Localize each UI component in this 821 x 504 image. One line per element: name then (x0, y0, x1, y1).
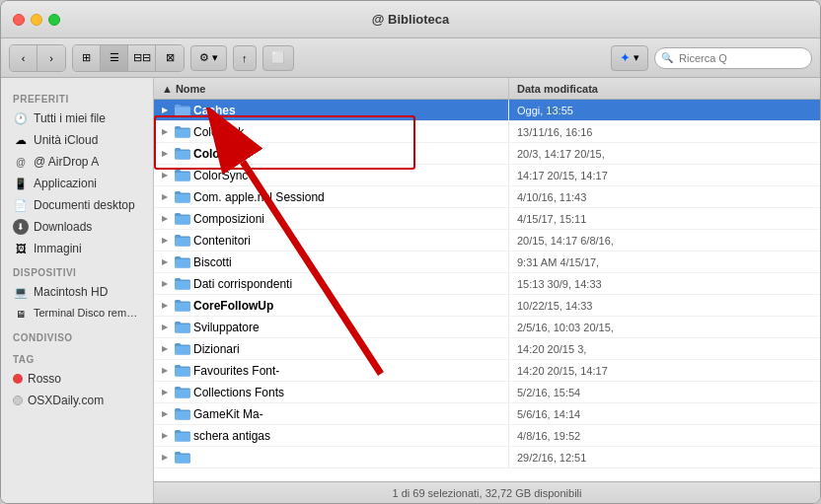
sidebar-item-icloud[interactable]: ☁ Unità iCloud (5, 129, 149, 151)
column-name[interactable]: ▲ Nome (154, 78, 509, 99)
column-view-icon: ⊟⊟ (133, 51, 151, 64)
disclosure-triangle[interactable]: ▶ (158, 169, 172, 182)
disclosure-triangle[interactable]: ▶ (158, 125, 172, 139)
disclosure-triangle[interactable]: ▶ (158, 277, 172, 291)
sidebar-item-label: OSXDaily.com (28, 394, 104, 407)
file-label: GameKit Ma- (193, 407, 263, 421)
table-row[interactable]: ▶ Contenitori 20/15, 14:17 6/8/16, (154, 230, 820, 252)
disclosure-triangle[interactable]: ▶ (158, 212, 172, 226)
titlebar: @ Biblioteca (1, 1, 820, 38)
file-name-cell: ▶ Dizionari (154, 338, 509, 359)
table-row[interactable]: ▶ Favourites Font- 14:20 20/15, 14:17 (154, 360, 820, 382)
date-column-label: Data modificata (517, 83, 598, 95)
table-row[interactable]: ▶ Composizioni 4/15/17, 15:11 (154, 208, 820, 230)
disclosure-triangle[interactable]: ▶ (158, 190, 172, 204)
column-view-button[interactable]: ⊟⊟ (128, 45, 156, 71)
table-row[interactable]: ▶ Biscotti 9:31 AM 4/15/17, (154, 252, 820, 273)
disclosure-triangle[interactable]: ▶ (158, 386, 172, 399)
disclosure-triangle[interactable]: ▶ (158, 407, 172, 421)
disclosure-triangle[interactable]: ▶ (158, 255, 172, 269)
dropbox-icon: ✦ (620, 50, 631, 65)
sidebar-item-label: Downloads (34, 220, 92, 234)
file-date-cell: 2/5/16, 10:03 20/15, (509, 322, 820, 333)
folder-icon (175, 386, 190, 398)
sidebar-item-label: Applicazioni (34, 177, 97, 190)
table-row[interactable]: ▶ Com. apple.nsl Sessiond 4/10/16, 11:43 (154, 186, 820, 208)
file-list: ▶ Caches Oggi, 13:55 ▶ ColorPick 13/11/1… (154, 100, 820, 481)
sidebar-item-label: Terminal Disco remo-to, (34, 307, 141, 320)
cover-view-button[interactable]: ⊠ (156, 45, 184, 71)
disclosure-triangle[interactable]: ▶ (158, 147, 172, 161)
table-row[interactable]: ▶ CoreFollowUp 10/22/15, 14:33 (154, 295, 820, 317)
share-icon: ↑ (242, 52, 248, 64)
minimize-button[interactable] (31, 14, 42, 26)
disclosure-triangle[interactable]: ▶ (158, 104, 172, 117)
icon-view-button[interactable]: ⊞ (73, 45, 101, 71)
table-row[interactable]: ▶ Sviluppatore 2/5/16, 10:03 20/15, (154, 317, 820, 338)
sidebar-item-label: Rosso (28, 372, 61, 386)
table-row[interactable]: ▶ Collections Fonts 5/2/16, 15:54 (154, 382, 820, 403)
back-button[interactable]: ‹ (10, 45, 37, 71)
sidebar-section-condiviso: Condiviso (1, 324, 153, 346)
window-title: @ Biblioteca (372, 12, 449, 27)
sidebar-item-macintosh[interactable]: 💻 Macintosh HD (5, 281, 149, 303)
file-date-cell: 20/3, 14:17 20/15, (509, 148, 820, 160)
disclosure-triangle[interactable]: ▶ (158, 429, 172, 443)
sidebar-item-tag-rosso[interactable]: Rosso (5, 368, 149, 390)
sidebar-item-applicazioni[interactable]: 📱 Applicazioni (5, 173, 149, 194)
sidebar-section-preferiti: Preferiti (1, 86, 153, 108)
file-label: Composizioni (193, 212, 264, 226)
status-text: 1 di 69 selezionati, 32,72 GB disponibil… (392, 487, 581, 499)
sidebar-item-immagini[interactable]: 🖼 Immagini (5, 238, 149, 259)
sidebar-section-dispositivi: Dispositivi (1, 259, 153, 281)
column-date[interactable]: Data modificata (509, 83, 820, 95)
file-date-cell: 14:17 20/15, 14:17 (509, 170, 820, 181)
file-label: ColorSync (193, 169, 248, 182)
table-row[interactable]: ▶ Colors 20/3, 14:17 20/15, (154, 143, 820, 165)
airdrop-icon: @ (13, 154, 29, 170)
disclosure-triangle[interactable]: ▶ (158, 234, 172, 248)
file-date-cell: 13/11/16, 16:16 (509, 126, 820, 138)
finder-window: @ Biblioteca ‹ › ⊞ ☰ ⊟⊟ ⊠ (0, 0, 821, 504)
disclosure-triangle[interactable]: ▶ (158, 299, 172, 313)
folder-icon (175, 169, 190, 181)
tag-red-dot (13, 374, 23, 384)
table-row[interactable]: ▶ GameKit Ma- 5/6/16, 14:14 (154, 403, 820, 425)
tag-button[interactable]: ⬜ (262, 45, 294, 71)
table-row[interactable]: ▶ Dizionari 14:20 20/15 3, (154, 338, 820, 360)
file-label: Com. apple.nsl Sessiond (193, 190, 325, 204)
forward-button[interactable]: › (37, 45, 65, 71)
disclosure-triangle[interactable]: ▶ (158, 342, 172, 356)
sidebar-item-label: Immagini (34, 242, 82, 255)
sidebar-item-downloads[interactable]: ⬇ Downloads (5, 216, 149, 238)
table-row[interactable]: ▶ Caches Oggi, 13:55 (154, 100, 820, 121)
action-button[interactable]: ⚙ ▾ (190, 45, 227, 71)
sidebar-item-terminal[interactable]: 🖥 Terminal Disco remo-to, (5, 303, 149, 324)
table-row[interactable]: ▶ Dati corrispondenti 15:13 30/9, 14:33 (154, 273, 820, 295)
list-view-button[interactable]: ☰ (101, 45, 128, 71)
search-input[interactable] (654, 47, 812, 69)
file-name-cell: ▶ ColorPick (154, 121, 509, 142)
table-row[interactable]: ▶ ColorSync 14:17 20/15, 14:17 (154, 165, 820, 186)
sidebar-item-airdrop[interactable]: @ @ AirDrop A (5, 151, 149, 173)
sidebar-item-documenti[interactable]: 📄 Documenti desktop (5, 194, 149, 216)
disclosure-triangle[interactable]: ▶ (158, 321, 172, 334)
table-row[interactable]: ▶ 29/2/16, 12:51 (154, 447, 820, 468)
maximize-button[interactable] (48, 14, 60, 26)
main-content: Preferiti 🕐 Tutti i miei file ☁ Unità iC… (1, 78, 820, 503)
disclosure-triangle[interactable]: ▶ (158, 451, 172, 465)
table-row[interactable]: ▶ schera antigas 4/8/16, 19:52 (154, 425, 820, 447)
sidebar-item-all-files[interactable]: 🕐 Tutti i miei file (5, 108, 149, 129)
share-button[interactable]: ↑ (233, 45, 257, 71)
close-button[interactable] (13, 14, 25, 26)
file-date-cell: 20/15, 14:17 6/8/16, (509, 235, 820, 247)
file-label: Biscotti (193, 255, 232, 269)
dropbox-button[interactable]: ✦ ▾ (611, 45, 648, 71)
table-row[interactable]: ▶ ColorPick 13/11/16, 16:16 (154, 121, 820, 143)
file-label: schera antigas (193, 429, 270, 443)
disclosure-triangle[interactable]: ▶ (158, 364, 172, 378)
toolbar: ‹ › ⊞ ☰ ⊟⊟ ⊠ ⚙ ▾ ↑ (1, 38, 820, 78)
column-headers: ▲ Nome Data modificata (154, 78, 820, 100)
sidebar-item-tag-osxdaily[interactable]: OSXDaily.com (5, 390, 149, 411)
file-name-cell: ▶ Com. apple.nsl Sessiond (154, 186, 509, 207)
